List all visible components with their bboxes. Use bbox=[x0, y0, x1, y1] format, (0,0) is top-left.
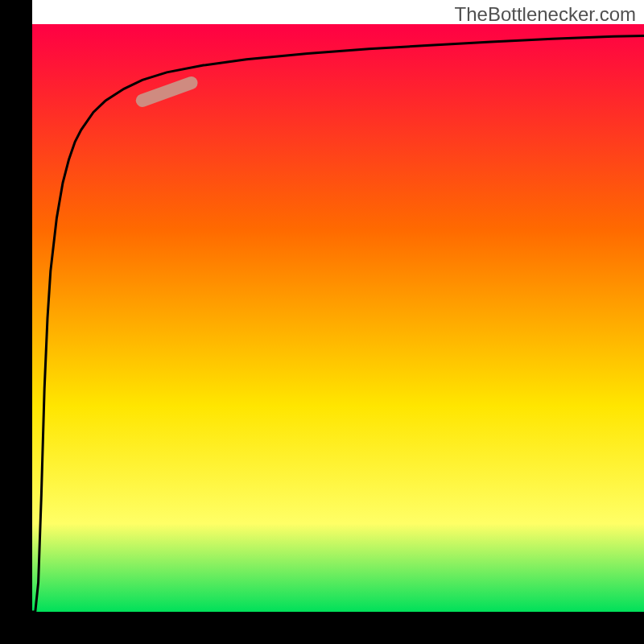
x-axis-border bbox=[0, 612, 644, 644]
y-axis-border bbox=[0, 0, 32, 644]
plot-background bbox=[32, 24, 644, 612]
chart-container: TheBottlenecker.com bbox=[0, 0, 644, 644]
chart-svg bbox=[0, 0, 644, 644]
watermark-text: TheBottlenecker.com bbox=[455, 3, 636, 26]
